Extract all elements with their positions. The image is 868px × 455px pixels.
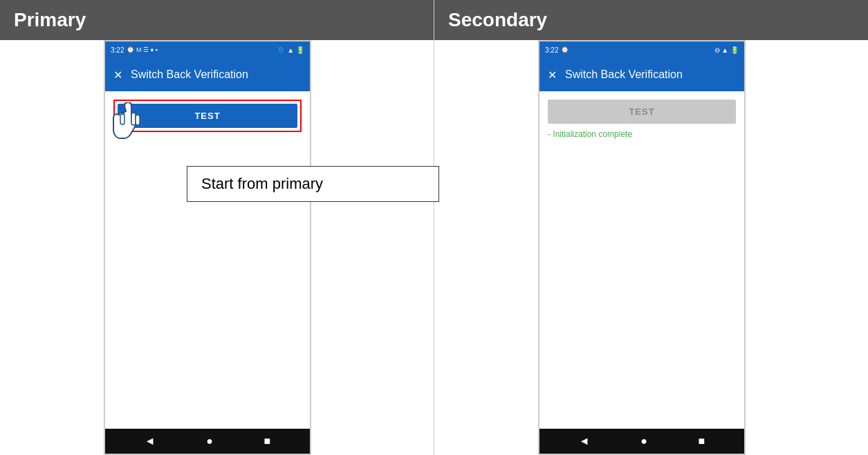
secondary-panel: Secondary 3:22 ⌚ ⊖ ▲ 🔋 ✕ Switch Back Ver… [434, 0, 868, 455]
secondary-status-time: 3:22 ⌚ [545, 46, 569, 54]
secondary-toolbar: ✕ Switch Back Verification [539, 58, 744, 91]
primary-close-icon[interactable]: ✕ [113, 68, 122, 82]
secondary-label-text: Secondary [448, 9, 547, 31]
secondary-status-bar: 3:22 ⌚ ⊖ ▲ 🔋 [539, 41, 744, 58]
secondary-toolbar-title: Switch Back Verification [565, 68, 683, 81]
primary-label: Primary [0, 0, 434, 40]
secondary-status-icons: ⊖ ▲ 🔋 [714, 46, 739, 54]
primary-status-bar: 3:22 ⌚ M ☰ ♦ ▪ 🔵 ▲ 🔋 [105, 41, 310, 58]
primary-nav-back[interactable]: ◄ [145, 435, 156, 447]
primary-nav-home[interactable]: ● [206, 435, 213, 447]
primary-nav-bar: ◄ ● ■ [105, 429, 310, 454]
primary-panel: Primary 3:22 ⌚ M ☰ ♦ ▪ 🔵 ▲ 🔋 ✕ Switch Ba… [0, 0, 434, 455]
primary-test-button[interactable]: TEST [118, 104, 297, 128]
secondary-init-text: - Initialization complete [548, 129, 736, 139]
secondary-nav-bar: ◄ ● ■ [539, 429, 744, 454]
primary-annotation-text: Start from primary [201, 175, 323, 192]
secondary-test-button: TEST [548, 100, 736, 124]
primary-status-time: 3:22 ⌚ M ☰ ♦ ▪ [111, 46, 158, 54]
primary-label-text: Primary [14, 9, 86, 31]
secondary-nav-home[interactable]: ● [640, 435, 647, 447]
secondary-label: Secondary [434, 0, 868, 40]
primary-test-btn-wrapper: TEST [113, 100, 302, 132]
primary-phone: 3:22 ⌚ M ☰ ♦ ▪ 🔵 ▲ 🔋 ✕ Switch Back Verif… [104, 40, 311, 455]
primary-content: TEST [105, 91, 310, 429]
secondary-close-icon[interactable]: ✕ [548, 68, 557, 82]
primary-nav-recents[interactable]: ■ [264, 435, 271, 447]
primary-status-icons: 🔵 ▲ 🔋 [277, 46, 304, 54]
primary-toolbar: ✕ Switch Back Verification [105, 58, 310, 91]
secondary-phone: 3:22 ⌚ ⊖ ▲ 🔋 ✕ Switch Back Verification … [538, 40, 746, 455]
secondary-content: TEST - Initialization complete [539, 91, 744, 429]
primary-annotation: Start from primary [187, 166, 439, 202]
secondary-nav-recents[interactable]: ■ [699, 435, 705, 447]
secondary-nav-back[interactable]: ◄ [579, 435, 590, 447]
primary-toolbar-title: Switch Back Verification [131, 68, 248, 81]
